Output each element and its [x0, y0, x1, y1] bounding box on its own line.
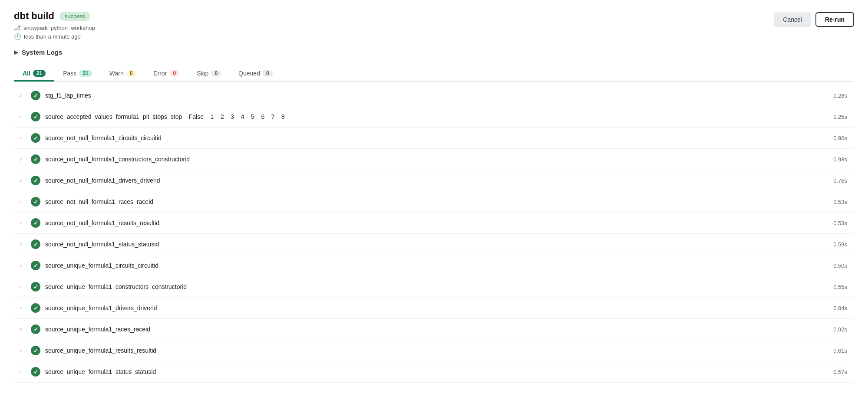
result-name: source_not_null_formula1_circuits_circui…	[43, 134, 819, 141]
table-row[interactable]: › ✓ source_unique_formula1_circuits_circ…	[14, 255, 854, 276]
row-chevron-icon: ›	[14, 220, 28, 226]
result-time: 1.28s	[819, 92, 854, 99]
tab-badge-warn: 0	[126, 70, 136, 77]
table-row[interactable]: › ✓ stg_f1_lap_times 1.28s	[14, 85, 854, 106]
status-badge: success	[59, 12, 90, 21]
row-chevron-icon: ›	[14, 156, 28, 162]
result-name: source_unique_formula1_circuits_circuiti…	[43, 262, 819, 269]
results-list: › ✓ stg_f1_lap_times 1.28s › ✓ source_ac…	[14, 85, 854, 383]
tab-badge-all: 21	[33, 70, 46, 77]
result-name: source_not_null_formula1_results_resulti…	[43, 219, 819, 226]
row-status-icon: ✓	[28, 324, 43, 334]
page-header: dbt build success ⎇ snowpark_python_work…	[14, 10, 854, 40]
result-time: 1.25s	[819, 114, 854, 120]
row-chevron-icon: ›	[14, 199, 28, 205]
result-time: 0.57s	[819, 369, 854, 375]
result-name: source_unique_formula1_races_raceid	[43, 326, 819, 333]
tab-queued[interactable]: Queued 0	[230, 66, 281, 82]
chevron-right-icon: ▶	[14, 49, 18, 56]
table-row[interactable]: › ✓ source_not_null_formula1_constructor…	[14, 149, 854, 170]
result-time: 0.76s	[819, 177, 854, 184]
branch-icon: ⎇	[14, 24, 21, 31]
result-name: source_unique_formula1_results_resultid	[43, 347, 819, 354]
result-time: 0.90s	[819, 135, 854, 141]
time-meta: 🕐 less than a minute ago	[14, 33, 95, 40]
row-chevron-icon: ›	[14, 347, 28, 354]
clock-icon: 🕐	[14, 33, 21, 40]
result-name: source_accepted_values_formula1_pit_stop…	[43, 113, 819, 120]
row-chevron-icon: ›	[14, 92, 28, 98]
table-row[interactable]: › ✓ source_not_null_formula1_status_stat…	[14, 234, 854, 255]
header-actions: Cancel Re-run	[774, 12, 854, 27]
result-time: 0.53s	[819, 220, 854, 226]
result-time: 0.92s	[819, 326, 854, 333]
result-name: source_not_null_formula1_drivers_driveri…	[43, 177, 819, 184]
tab-pass[interactable]: Pass 21	[54, 66, 100, 82]
result-name: source_not_null_formula1_constructors_co…	[43, 156, 819, 163]
row-status-icon: ✓	[28, 282, 43, 292]
result-time: 0.61s	[819, 347, 854, 354]
project-name: snowpark_python_workshop	[23, 25, 95, 31]
row-status-icon: ✓	[28, 197, 43, 206]
table-row[interactable]: › ✓ source_not_null_formula1_races_racei…	[14, 191, 854, 213]
table-row[interactable]: › ✓ source_not_null_formula1_circuits_ci…	[14, 128, 854, 149]
header-left: dbt build success ⎇ snowpark_python_work…	[14, 10, 95, 40]
table-row[interactable]: › ✓ source_accepted_values_formula1_pit_…	[14, 106, 854, 128]
result-time: 0.53s	[819, 199, 854, 205]
system-logs-label: System Logs	[22, 49, 62, 56]
row-chevron-icon: ›	[14, 177, 28, 183]
table-row[interactable]: › ✓ source_unique_formula1_races_raceid …	[14, 319, 854, 340]
row-status-icon: ✓	[28, 133, 43, 143]
title-row: dbt build success	[14, 10, 95, 22]
row-status-icon: ✓	[28, 367, 43, 377]
result-name: source_unique_formula1_constructors_cons…	[43, 283, 819, 290]
result-name: stg_f1_lap_times	[43, 92, 819, 99]
row-status-icon: ✓	[28, 218, 43, 228]
tab-error[interactable]: Error 0	[145, 66, 188, 82]
rerun-button[interactable]: Re-run	[815, 12, 854, 27]
row-chevron-icon: ›	[14, 135, 28, 141]
table-row[interactable]: › ✓ source_unique_formula1_results_resul…	[14, 340, 854, 361]
row-status-icon: ✓	[28, 346, 43, 355]
tab-skip[interactable]: Skip 0	[188, 66, 230, 82]
row-status-icon: ✓	[28, 176, 43, 185]
tab-all[interactable]: All 21	[14, 66, 54, 82]
table-row[interactable]: › ✓ source_unique_formula1_drivers_drive…	[14, 298, 854, 319]
result-name: source_not_null_formula1_races_raceid	[43, 198, 819, 205]
tabs-bar: All 21 Pass 21 Warn 0 Error 0 Skip 0 Que…	[14, 66, 854, 82]
system-logs-toggle[interactable]: ▶ System Logs	[14, 49, 854, 56]
table-row[interactable]: › ✓ source_unique_formula1_status_status…	[14, 361, 854, 383]
result-name: source_unique_formula1_drivers_driverid	[43, 305, 819, 311]
tab-warn[interactable]: Warn 0	[101, 66, 145, 82]
project-meta: ⎇ snowpark_python_workshop	[14, 24, 95, 31]
cancel-button[interactable]: Cancel	[774, 13, 811, 26]
tab-label-all: All	[23, 70, 30, 77]
row-status-icon: ✓	[28, 261, 43, 270]
result-time: 0.55s	[819, 284, 854, 290]
row-chevron-icon: ›	[14, 305, 28, 311]
row-chevron-icon: ›	[14, 241, 28, 247]
row-chevron-icon: ›	[14, 369, 28, 375]
row-chevron-icon: ›	[14, 114, 28, 120]
tab-label-warn: Warn	[109, 70, 124, 77]
tab-label-error: Error	[153, 70, 167, 77]
row-status-icon: ✓	[28, 303, 43, 313]
table-row[interactable]: › ✓ source_not_null_formula1_drivers_dri…	[14, 170, 854, 191]
tab-label-queued: Queued	[238, 70, 260, 77]
tab-badge-skip: 0	[211, 70, 221, 77]
row-chevron-icon: ›	[14, 262, 28, 269]
row-status-icon: ✓	[28, 112, 43, 121]
table-row[interactable]: › ✓ source_unique_formula1_constructors_…	[14, 276, 854, 298]
row-status-icon: ✓	[28, 239, 43, 249]
result-time: 0.50s	[819, 262, 854, 269]
tab-badge-queued: 0	[263, 70, 273, 77]
meta-row: ⎇ snowpark_python_workshop 🕐 less than a…	[14, 24, 95, 40]
tab-badge-error: 0	[169, 70, 179, 77]
tab-label-pass: Pass	[63, 70, 76, 77]
page-title: dbt build	[14, 10, 54, 22]
tab-label-skip: Skip	[197, 70, 208, 77]
row-status-icon: ✓	[28, 91, 43, 100]
result-name: source_unique_formula1_status_statusid	[43, 368, 819, 375]
table-row[interactable]: › ✓ source_not_null_formula1_results_res…	[14, 213, 854, 234]
row-chevron-icon: ›	[14, 326, 28, 332]
